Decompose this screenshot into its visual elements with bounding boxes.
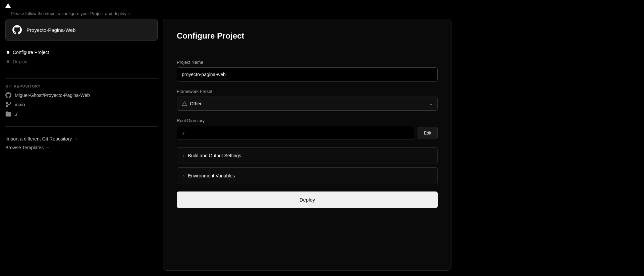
svg-marker-2 (182, 102, 186, 106)
accordion-env-arrow-icon: › (183, 173, 184, 178)
edit-root-dir-button[interactable]: Edit (418, 127, 438, 139)
deploy-button[interactable]: Deploy (177, 191, 438, 208)
svg-point-1 (6, 105, 8, 107)
import-git-link[interactable]: Import a different Git Repository → (5, 136, 158, 142)
svg-point-0 (6, 102, 8, 104)
root-dir-input[interactable] (177, 126, 414, 140)
git-branch-item: main (5, 102, 158, 108)
sidebar: Proyecto-Pagina-Web Configure Project De… (5, 19, 163, 271)
panel-title: Configure Project (177, 31, 438, 41)
git-dir-value: ./ (15, 111, 17, 117)
git-section: GIT REPOSITORY Miguel-Ghost/Proyecto-Pag… (5, 83, 158, 122)
divider-1 (5, 78, 158, 79)
accordion-build-header[interactable]: › Build and Output Settings (177, 148, 437, 164)
configure-panel: Configure Project Project Name Framework… (163, 19, 451, 271)
accordion-build-title: Build and Output Settings (188, 153, 241, 158)
step-deploy-label: Deploy (13, 59, 28, 64)
branch-icon (5, 102, 11, 108)
framework-label: Framework Preset (177, 89, 438, 94)
framework-select-wrapper: Other ⌄ (177, 97, 438, 111)
framework-select-left: Other (182, 101, 202, 106)
accordion-build-arrow-icon: › (183, 153, 184, 158)
root-dir-row: Edit (177, 126, 438, 140)
accordion-env-title: Environment Variables (188, 173, 235, 178)
root-dir-label: Root Directory (177, 118, 438, 123)
step-configure-label: Configure Project (13, 50, 49, 55)
accordion-build: › Build and Output Settings (177, 147, 438, 164)
github-small-icon (5, 92, 11, 98)
git-dir-item: ./ (5, 111, 158, 117)
accordion-env-header[interactable]: › Environment Variables (177, 168, 437, 184)
folder-icon (5, 111, 11, 117)
other-framework-icon (182, 101, 187, 106)
git-info: Miguel-Ghost/Proyecto-Pagina-Web main (5, 92, 158, 117)
browse-templates-link[interactable]: Browse Templates → (5, 145, 158, 150)
repo-card-name: Proyecto-Pagina-Web (26, 27, 75, 33)
git-repo-name: Miguel-Ghost/Proyecto-Pagina-Web (15, 93, 90, 98)
steps-list: Configure Project Deploy (5, 48, 158, 66)
git-section-label: GIT REPOSITORY (5, 84, 158, 88)
sidebar-links: Import a different Git Repository → Brow… (5, 136, 158, 150)
project-name-input[interactable] (177, 67, 438, 81)
repo-card[interactable]: Proyecto-Pagina-Web (5, 19, 158, 41)
step-dot-inactive (7, 60, 9, 63)
panel-divider (177, 50, 438, 50)
framework-select[interactable]: Other ⌄ (177, 97, 438, 111)
divider-2 (5, 126, 158, 127)
framework-value: Other (190, 101, 202, 106)
github-icon (12, 25, 22, 35)
vercel-logo-icon (5, 3, 11, 8)
git-repo-item: Miguel-Ghost/Proyecto-Pagina-Web (5, 92, 158, 98)
accordion-env: › Environment Variables (177, 167, 438, 184)
chevron-down-icon: ⌄ (429, 101, 433, 106)
step-dot-active (7, 51, 9, 54)
git-branch-name: main (15, 102, 25, 107)
step-deploy: Deploy (7, 57, 156, 66)
project-name-label: Project Name (177, 60, 438, 65)
step-configure: Configure Project (7, 48, 156, 57)
